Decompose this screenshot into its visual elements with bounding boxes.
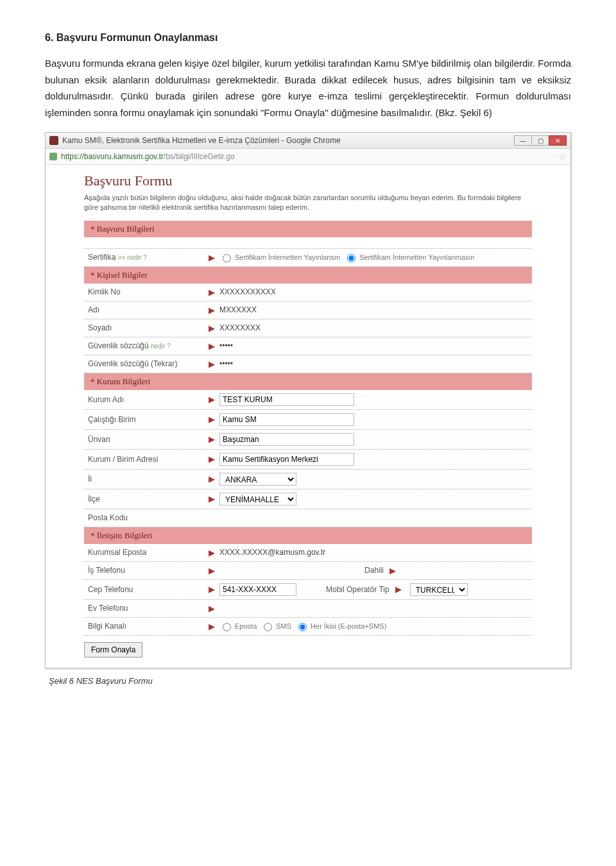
- row-ev-telefonu: Ev Telefonu ▶: [84, 600, 532, 618]
- doc-paragraph: Başvuru formunda ekrana gelen kişiye öze…: [45, 55, 571, 121]
- doc-heading: 6. Başvuru Formunun Onaylanması: [45, 32, 571, 44]
- row-bilgi-kanali: Bilgi Kanalı ▶ Eposta SMS Her İkisi (E-p…: [84, 618, 532, 636]
- row-is-telefonu: İş Telefonu ▶ Dahili ▶: [84, 562, 532, 580]
- form-onayla-button[interactable]: Form Onayla: [84, 642, 142, 658]
- row-kurum-adi: Kurum Adı ▶: [84, 390, 532, 410]
- select-il[interactable]: ANKARA: [219, 473, 296, 486]
- input-adres[interactable]: [219, 453, 354, 466]
- radio-yayinlanmasin[interactable]: Sertifikam İnternetten Yayınlanmasın: [344, 252, 474, 262]
- row-guvenlik-tekrar: Güvenlik sözcüğü (Tekrar) ▶ •••••: [84, 355, 532, 373]
- label-posta: Posta Kodu: [88, 513, 207, 522]
- window-titlebar: Kamu SM®, Elektronik Sertifika Hizmetler…: [46, 133, 570, 149]
- value-eposta: XXXX.XXXXX@kamusm.gov.tr: [219, 548, 325, 557]
- radio-sms[interactable]: SMS: [261, 621, 291, 631]
- arrow-icon: ▶: [207, 414, 217, 424]
- label-cep-tel: Cep Telefonu: [88, 585, 207, 594]
- arrow-icon: ▶: [207, 287, 217, 297]
- label-adi: Adı: [88, 305, 207, 314]
- row-posta: Posta Kodu: [84, 509, 532, 527]
- window-title: Kamu SM®, Elektronik Sertifika Hizmetler…: [62, 136, 341, 145]
- label-sertifika: Sertifika: [88, 253, 116, 262]
- help-sertifika[interactable]: >> nedir ?: [118, 254, 147, 261]
- arrow-icon: ▶: [207, 548, 217, 557]
- label-bilgi-kanali: Bilgi Kanalı: [88, 622, 207, 631]
- window-maximize-button[interactable]: ▢: [531, 135, 549, 146]
- row-adres: Kurum / Birim Adresi ▶: [84, 450, 532, 470]
- label-adres: Kurum / Birim Adresi: [88, 455, 207, 464]
- row-adi: Adı ▶ MXXXXXX: [84, 301, 532, 319]
- window-close-button[interactable]: ✕: [549, 135, 567, 146]
- arrow-icon: ▶: [207, 359, 217, 369]
- arrow-icon: ▶: [207, 604, 217, 613]
- arrow-icon: ▶: [207, 454, 217, 464]
- label-soyadi: Soyadı: [88, 323, 207, 332]
- window-minimize-button[interactable]: —: [514, 135, 532, 146]
- value-adi: MXXXXXX: [219, 305, 257, 314]
- arrow-icon: ▶: [207, 622, 217, 631]
- browser-window: Kamu SM®, Elektronik Sertifika Hizmetler…: [45, 132, 571, 668]
- value-soyadi: XXXXXXXX: [219, 323, 261, 332]
- label-il: İl: [88, 475, 207, 484]
- favicon-icon: [49, 136, 58, 145]
- url-path: /bs/bilgi/IlIlceGetir.go: [164, 152, 235, 161]
- arrow-icon: ▶: [393, 584, 404, 594]
- arrow-icon: ▶: [388, 566, 398, 575]
- label-operator: Mobil Operatör Tip: [326, 585, 389, 594]
- help-guvenlik[interactable]: nedir ?: [151, 343, 171, 350]
- arrow-icon: ▶: [207, 566, 217, 575]
- select-ilce[interactable]: YENİMAHALLE: [219, 493, 296, 505]
- row-soyadi: Soyadı ▶ XXXXXXXX: [84, 319, 532, 337]
- row-guvenlik: Güvenlik sözcüğü nedir ? ▶ •••••: [84, 337, 532, 355]
- arrow-icon: ▶: [207, 494, 217, 504]
- section-header-iletisim: * İletişim Bilgileri: [84, 527, 532, 544]
- input-kurum-adi[interactable]: [219, 393, 354, 406]
- arrow-icon: ▶: [207, 434, 217, 444]
- arrow-icon: ▶: [207, 474, 217, 484]
- section-header-kisisel: * Kişisel Bilgiler: [84, 267, 532, 284]
- url-host: https://basvuru.kamusm.gov.tr: [61, 152, 164, 161]
- arrow-icon: ▶: [207, 305, 217, 315]
- select-operator[interactable]: TURKCELL: [410, 583, 468, 596]
- section-header-kurum: * Kurum Bilgileri: [84, 373, 532, 390]
- label-guvenlik: Güvenlik sözcüğü: [88, 341, 149, 350]
- label-kimlik: Kimlik No: [88, 287, 207, 296]
- bookmark-star-icon[interactable]: ☆: [558, 151, 567, 162]
- radio-her-ikisi[interactable]: Her İkisi (E-posta+SMS): [295, 621, 386, 631]
- arrow-icon: ▶: [207, 395, 217, 404]
- arrow-icon: ▶: [207, 584, 217, 594]
- label-dahili: Dahili: [364, 566, 384, 575]
- arrow-icon: ▶: [207, 323, 217, 333]
- lock-icon: [49, 153, 57, 160]
- row-kimlik: Kimlik No ▶ XXXXXXXXXXX: [84, 284, 532, 301]
- form-intro: Aşağıda yazılı bütün bilgilerin doğru ol…: [84, 191, 532, 221]
- value-guvenlik: •••••: [219, 341, 233, 350]
- row-sertifika: Sertifika >> nedir ? ▶ Sertifikam İntern…: [84, 249, 532, 267]
- radio-eposta[interactable]: Eposta: [219, 621, 257, 631]
- row-unvan: Ünvan ▶: [84, 430, 532, 450]
- label-guvenlik-tekrar: Güvenlik sözcüğü (Tekrar): [88, 359, 207, 368]
- radio-yayinla[interactable]: Sertifikam İnternetten Yayınlansın: [219, 252, 340, 262]
- section-header-basvuru: * Başvuru Bilgileri: [84, 221, 532, 237]
- address-bar[interactable]: https://basvuru.kamusm.gov.tr/bs/bilgi/I…: [46, 149, 570, 165]
- label-kurum-adi: Kurum Adı: [88, 395, 207, 404]
- row-ilce: İlçe ▶ YENİMAHALLE: [84, 489, 532, 509]
- form-title: Başvuru Formu: [84, 170, 532, 191]
- row-eposta: Kurumsal Eposta ▶ XXXX.XXXXX@kamusm.gov.…: [84, 544, 532, 562]
- input-birim[interactable]: [219, 413, 354, 426]
- row-il: İl ▶ ANKARA: [84, 470, 532, 489]
- arrow-icon: ▶: [207, 341, 217, 351]
- arrow-icon: ▶: [207, 253, 217, 262]
- label-unvan: Ünvan: [88, 435, 207, 444]
- value-kimlik: XXXXXXXXXXX: [219, 287, 276, 296]
- label-eposta: Kurumsal Eposta: [88, 548, 207, 557]
- label-ev-tel: Ev Telefonu: [88, 604, 207, 613]
- input-cep-tel[interactable]: [219, 583, 296, 596]
- figure-caption: Şekil 6 NES Başvuru Formu: [49, 676, 571, 686]
- label-is-tel: İş Telefonu: [88, 566, 207, 575]
- row-cep-telefonu: Cep Telefonu ▶ Mobil Operatör Tip ▶ TURK…: [84, 580, 532, 600]
- row-birim: Çalıştığı Birim ▶: [84, 410, 532, 430]
- label-ilce: İlçe: [88, 495, 207, 504]
- value-guvenlik-tekrar: •••••: [219, 359, 233, 368]
- page-content: Başvuru Formu Aşağıda yazılı bütün bilgi…: [46, 165, 570, 668]
- input-unvan[interactable]: [219, 433, 354, 446]
